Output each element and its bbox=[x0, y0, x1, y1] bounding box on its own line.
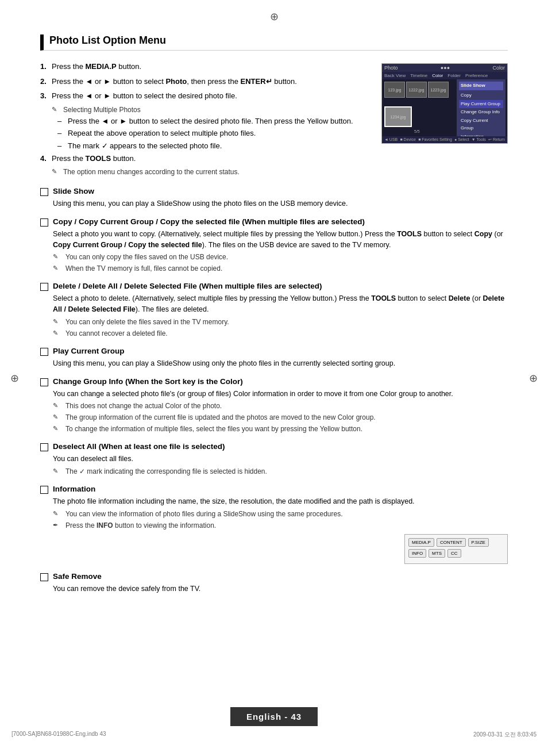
option-play-body: Using this menu, you can play a SlideSho… bbox=[53, 358, 508, 369]
sub-text-3: The mark ✓ appears to the selected photo… bbox=[68, 141, 222, 151]
step-1: 1. Press the MEDIA.P button. bbox=[40, 61, 370, 72]
deselect-note-sym-1: ✎ bbox=[53, 466, 63, 477]
checkbox-info bbox=[40, 486, 48, 494]
option-safe-body: You can remove the device safely from th… bbox=[53, 584, 508, 594]
thumb-1: 123.jpg bbox=[384, 82, 405, 98]
copy-note-1: ✎ You can only copy the files saved on t… bbox=[53, 252, 508, 262]
delete-note-2: ✎ You cannot recover a deleted file. bbox=[53, 328, 508, 339]
checkbox-safe bbox=[40, 573, 48, 581]
delete-note-text-1: You can only delete the files saved in t… bbox=[65, 317, 229, 327]
option-delete: Delete / Delete All / Delete Selected Fi… bbox=[40, 282, 508, 339]
change-text: You can change a selected photo file's (… bbox=[53, 389, 508, 400]
safe-text: You can remove the device safely from th… bbox=[53, 584, 508, 594]
screen-top-left: Photo bbox=[384, 65, 398, 71]
option-slide-show-body: Using this menu, you can play a SlideSho… bbox=[53, 198, 508, 209]
option-slide-show-header: Slide Show bbox=[40, 187, 508, 196]
option-play-current-group: Play Current Group Using this menu, you … bbox=[40, 347, 508, 369]
screen-content: 123.jpg 1222.jpg 1223.jpg 1234.jpg 5/5 S… bbox=[382, 79, 507, 137]
note-text-selecting: Selecting Multiple Photos bbox=[63, 105, 141, 115]
option-deselect-title: Deselect All (When at least one file is … bbox=[53, 442, 225, 451]
step-text-1: Press the MEDIA.P button. bbox=[52, 61, 370, 72]
info-text: The photo file information including the… bbox=[53, 496, 508, 507]
copy-note-text-1: You can only copy the files saved on the… bbox=[65, 252, 228, 262]
option-copy-body: Select a photo you want to copy. (Altern… bbox=[53, 229, 508, 274]
remote-btn-content: CONTENT bbox=[437, 538, 466, 547]
menu-title: Slide Show bbox=[459, 82, 503, 90]
nav-preference: Preference bbox=[465, 73, 488, 78]
nav-back-view: Back View bbox=[384, 73, 406, 78]
option-deselect-header: Deselect All (When at least one file is … bbox=[40, 442, 508, 451]
slide-show-text: Using this menu, you can play a SlideSho… bbox=[53, 198, 508, 209]
screen-image: Photo ●●● Color Back View Timeline Color… bbox=[381, 63, 508, 179]
remote-btn-info: INFO bbox=[408, 549, 426, 558]
remote-btn-media: MEDIA.P bbox=[408, 538, 434, 547]
menu-copy: Copy bbox=[459, 91, 503, 100]
remote-image: MEDIA.P CONTENT P.SIZE INFO MTS CC bbox=[404, 534, 508, 564]
sub-item-1: – Press the ◄ or ► button to select the … bbox=[57, 116, 370, 126]
change-note-2: ✎ The group information of the current f… bbox=[53, 412, 508, 423]
info-note-text-2: Press the INFO button to viewing the inf… bbox=[65, 520, 216, 531]
bar-select: ● Select bbox=[454, 137, 469, 142]
thumb-4-selected: 1234.jpg bbox=[384, 106, 412, 127]
option-play-title: Play Current Group bbox=[53, 347, 125, 355]
step-num-3: 3. bbox=[40, 90, 49, 102]
option-change-header: Change Group Info (When the Sort key is … bbox=[40, 377, 508, 386]
bar-tools: ▼ Tools bbox=[472, 137, 486, 142]
delete-note-sym-1: ✎ bbox=[53, 317, 63, 327]
option-safe-remove: Safe Remove You can remove the device sa… bbox=[40, 572, 508, 594]
option-delete-body: Select a photo to delete. (Alternatively… bbox=[53, 293, 508, 339]
change-note-3: ✎ To change the information of multiple … bbox=[53, 424, 508, 434]
change-note-text-2: The group information of the current fil… bbox=[65, 412, 376, 423]
bottom-file-left: [7000-SA]BN68-01988C-Eng.indb 43 bbox=[11, 731, 106, 739]
option-info-body: The photo file information including the… bbox=[53, 496, 508, 531]
step-text-2: Press the ◄ or ► button to select Photo,… bbox=[52, 76, 370, 87]
intro-area: 1. Press the MEDIA.P button. 2. Press th… bbox=[40, 61, 508, 179]
bar-fav: ■ Favorites Setting bbox=[418, 137, 452, 142]
screen-nav-bar: Back View Timeline Color Folder Preferen… bbox=[382, 72, 507, 79]
option-copy: Copy / Copy Current Group / Copy the sel… bbox=[40, 217, 508, 274]
checkbox-play bbox=[40, 348, 48, 356]
option-play-header: Play Current Group bbox=[40, 347, 508, 356]
option-copy-header: Copy / Copy Current Group / Copy the sel… bbox=[40, 217, 508, 227]
sub-bullet-1: – bbox=[57, 116, 68, 126]
checkbox-slide-show bbox=[40, 188, 48, 196]
screen-count: 5/5 bbox=[413, 128, 421, 135]
left-corner-mark: ⊕ bbox=[10, 372, 19, 385]
bar-usb: ◄ USB bbox=[384, 137, 398, 142]
sub-bullet-3: – bbox=[57, 141, 68, 151]
option-delete-header: Delete / Delete All / Delete Selected Fi… bbox=[40, 282, 508, 291]
screen-bottom-bar: ◄ USB ■ Device ■ Favorites Setting ● Sel… bbox=[382, 136, 507, 143]
copy-note-sym-2: ✎ bbox=[53, 263, 63, 274]
option-info-header: Information bbox=[40, 485, 508, 494]
option-slide-show-title: Slide Show bbox=[53, 187, 94, 195]
note-icon-2: ✎ bbox=[52, 167, 63, 177]
steps-list: 1. Press the MEDIA.P button. 2. Press th… bbox=[40, 61, 370, 179]
screen-top-bar: Photo ●●● Color bbox=[382, 64, 507, 72]
bar-return: ↩ Return bbox=[488, 137, 505, 142]
nav-folder: Folder bbox=[447, 73, 461, 78]
option-copy-title: Copy / Copy Current Group / Copy the sel… bbox=[53, 217, 365, 226]
screen-menu: Slide Show Copy Play Current Group Chang… bbox=[457, 79, 505, 137]
page-title: Photo List Option Menu bbox=[40, 34, 508, 51]
option-deselect-body: You can deselect all files. ✎ The ✓ mark… bbox=[53, 454, 508, 477]
play-text: Using this menu, you can play a SlideSho… bbox=[53, 358, 508, 369]
menu-play-current: Play Current Group bbox=[459, 100, 503, 109]
option-slide-show: Slide Show Using this menu, you can play… bbox=[40, 187, 508, 209]
checkbox-delete bbox=[40, 283, 48, 291]
info-note-text-1: You can view the information of photo fi… bbox=[65, 509, 343, 519]
sub-text-2: Repeat the above operation to select mul… bbox=[68, 128, 256, 139]
option-info-title: Information bbox=[53, 485, 95, 493]
menu-copy-current: Copy Current Group bbox=[459, 117, 503, 133]
step-num-2: 2. bbox=[40, 76, 49, 87]
screen-counter: ●●● bbox=[441, 65, 450, 71]
checkbox-copy bbox=[40, 218, 48, 227]
sub-bullet-2: – bbox=[57, 128, 68, 139]
note-icon-pencil: ✎ bbox=[52, 105, 63, 115]
remote-row-2: INFO MTS CC bbox=[408, 549, 504, 558]
top-corner-mark: ⊕ bbox=[270, 10, 279, 23]
screen-thumbs: 123.jpg 1222.jpg 1223.jpg 1234.jpg 5/5 bbox=[382, 79, 457, 137]
sub-item-3: – The mark ✓ appears to the selected pho… bbox=[57, 141, 370, 151]
note-selecting: ✎ Selecting Multiple Photos bbox=[52, 105, 370, 115]
option-safe-header: Safe Remove bbox=[40, 572, 508, 581]
delete-note-sym-2: ✎ bbox=[53, 328, 63, 339]
